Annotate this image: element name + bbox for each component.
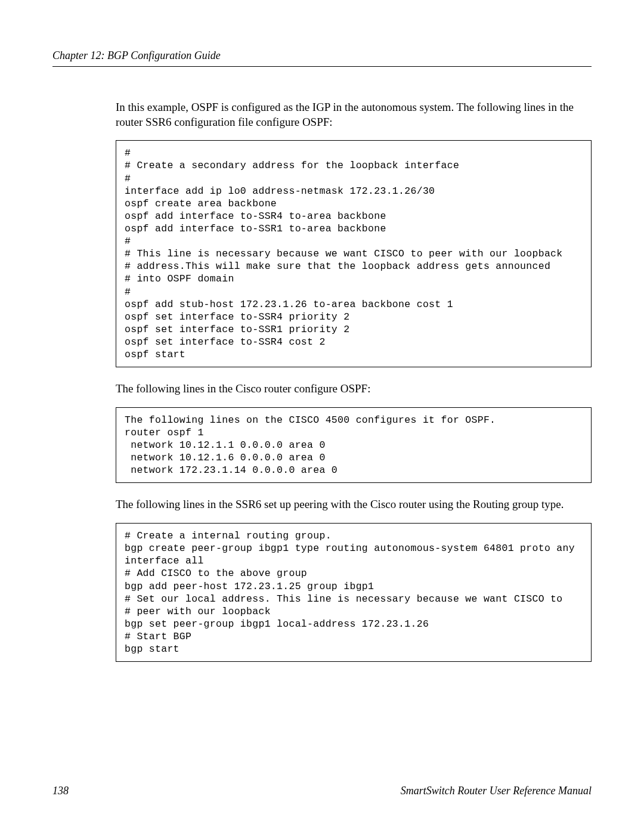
page-footer: 138 SmartSwitch Router User Reference Ma… — [52, 785, 592, 797]
paragraph-cisco: The following lines in the Cisco router … — [116, 382, 592, 397]
page-content: In this example, OSPF is configured as t… — [116, 100, 592, 662]
manual-title: SmartSwitch Router User Reference Manual — [401, 785, 592, 797]
code-block-ospf-ssr6: # # Create a secondary address for the l… — [116, 140, 592, 367]
paragraph-intro: In this example, OSPF is configured as t… — [116, 100, 592, 129]
code-block-ospf-cisco: The following lines on the CISCO 4500 co… — [116, 407, 592, 484]
code-block-bgp-peering: # Create a internal routing group. bgp c… — [116, 523, 592, 662]
page-number: 138 — [52, 785, 69, 797]
page: Chapter 12: BGP Configuration Guide In t… — [0, 0, 644, 833]
chapter-header: Chapter 12: BGP Configuration Guide — [52, 49, 592, 62]
paragraph-peering: The following lines in the SSR6 set up p… — [116, 497, 592, 512]
header-rule — [52, 66, 592, 67]
